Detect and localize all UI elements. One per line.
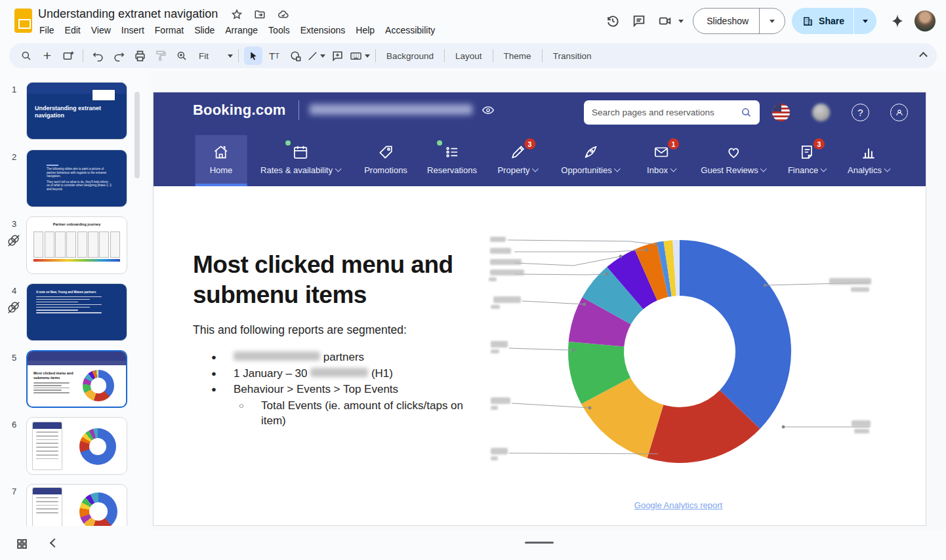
main-toolbar: + Fit TT BackgroundLayoutThemeTransition [9,43,937,68]
slide-thumbnail-2[interactable]: The following slides aim to paint a pict… [26,150,127,207]
slide-number: 1 [12,85,16,94]
speaker-notes-resize-handle[interactable] [525,542,554,544]
bullet-marker: ○ [193,398,261,429]
line-tool[interactable] [307,47,325,65]
slide-thumbnail-1[interactable]: Understanding extranet navigation [26,82,127,140]
bullet-text: Total Events (ie. amount of clicks/taps … [261,398,468,429]
slide-number: 3 [12,219,16,229]
bottom-bar [0,530,946,560]
bullet-text: Behaviour > Events > Top Events [234,382,468,397]
menu-format[interactable]: Format [150,23,189,37]
editing-canvas: Booking.com ? HomeRates & availabilityPr… [148,71,946,530]
comments-icon[interactable] [626,8,652,34]
bullet-marker: ● [193,382,234,397]
cloud-status-icon[interactable] [277,9,290,20]
grid-view-icon[interactable] [16,538,28,553]
background-button[interactable]: Background [381,47,439,65]
slideshow-dropdown[interactable] [760,9,785,33]
bullet-text: 1 January – 30 (H1) [234,366,468,382]
shape-tool[interactable] [286,47,304,65]
share-split-button: Share [792,8,876,34]
menu-extensions[interactable]: Extensions [295,23,350,37]
menubar: FileEditViewInsertFormatSlideArrangeTool… [34,23,440,37]
menu-insert[interactable]: Insert [116,23,150,37]
video-camera-icon[interactable] [652,8,678,34]
google-slides-logo-icon[interactable] [14,9,32,33]
menu-slide[interactable]: Slide [189,23,220,37]
slide-thumbnail-7[interactable] [26,484,127,526]
text-box-tool[interactable]: TT [265,47,283,65]
account-avatar[interactable] [915,10,936,31]
search-menus-icon[interactable] [17,47,35,65]
menu-view[interactable]: View [86,23,116,37]
meet-presentation-control[interactable] [652,8,684,34]
menu-file[interactable]: File [34,23,60,37]
menu-accessibility[interactable]: Accessibility [380,23,440,37]
collapse-toolbar-icon[interactable] [920,51,928,59]
analytics-link-wrap: Google Analytics report [495,499,862,511]
gemini-sparkle-icon[interactable] [884,8,911,34]
slide-number: 4 [12,286,16,296]
filmstrip-scrollbar[interactable] [134,92,140,178]
select-tool[interactable] [244,47,262,65]
zoom-select[interactable]: Fit [194,47,233,65]
document-title[interactable]: Understanding extranet navigation [38,7,218,21]
app-header: Understanding extranet navigation FileEd… [0,0,946,42]
donut-slice-0 [680,240,791,429]
move-folder-icon[interactable] [254,9,266,20]
slide-thumbnail-5[interactable]: Most clicked menu and submenu items [26,350,127,408]
camera-dropdown-chevron-icon[interactable] [678,20,684,23]
bullet-marker: ● [193,350,234,365]
slide-thumbnail-4[interactable]: A note on New, Young and Mature partners [26,283,127,341]
collapse-filmstrip-icon[interactable] [49,538,58,548]
menu-tools[interactable]: Tools [263,23,295,37]
transition-button[interactable]: Transition [548,47,597,65]
menu-help[interactable]: Help [350,23,380,37]
slide-thumbnail-3[interactable]: Partner onboarding journey [26,216,127,274]
redacted-text [310,368,368,377]
menu-arrange[interactable]: Arrange [220,23,263,37]
layout-button[interactable]: Layout [450,47,487,65]
zoom-icon[interactable] [173,47,191,65]
undo-icon[interactable] [89,47,107,65]
version-history-icon[interactable] [600,8,626,34]
domain-lock-icon [802,16,813,27]
bullet-marker: ● [193,366,234,382]
slideshow-split-button: Slideshow [693,8,785,34]
skip-slide-icon [7,300,21,317]
slide-title[interactable]: Most clicked menu and submenu items [193,250,475,310]
new-slide-layout-icon[interactable] [59,47,77,65]
google-analytics-report-link[interactable]: Google Analytics report [634,500,722,510]
slideshow-button[interactable]: Slideshow [693,9,760,33]
slide-number: 2 [12,152,16,162]
current-slide[interactable]: Booking.com ? HomeRates & availabilityPr… [153,92,926,526]
slide-bullet-list[interactable]: ● partners●1 January – 30 (H1)●Behaviour… [193,350,468,430]
theme-button[interactable]: Theme [499,47,537,65]
slide-number: 5 [12,353,16,363]
redo-icon[interactable] [110,47,128,65]
menu-edit[interactable]: Edit [60,23,86,37]
print-icon[interactable] [131,47,149,65]
insert-comment-icon[interactable] [328,47,346,65]
skip-slide-icon [7,233,21,250]
new-slide-button[interactable]: + [38,47,56,65]
slide-intro-text[interactable]: This and following reports are segmented… [193,323,407,337]
paint-format-icon[interactable] [152,47,170,65]
bullet-text: partners [234,350,468,365]
star-icon[interactable] [231,9,243,20]
slide-number: 7 [12,487,16,496]
slide-thumbnail-6[interactable] [26,417,127,475]
share-button[interactable]: Share [792,8,854,34]
input-tools-icon[interactable] [349,47,370,65]
slide-filmstrip: 1Understanding extranet navigation2The f… [0,71,148,526]
slide-number: 6 [12,420,16,430]
share-dropdown[interactable] [854,8,876,34]
redacted-text [234,351,320,361]
